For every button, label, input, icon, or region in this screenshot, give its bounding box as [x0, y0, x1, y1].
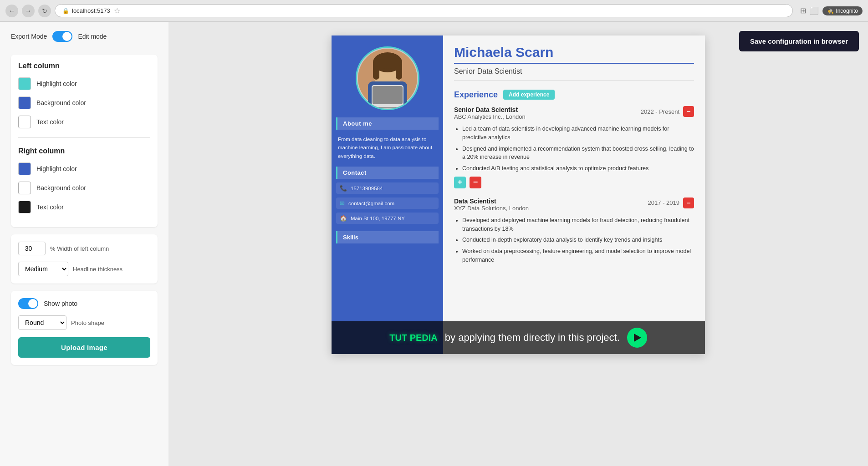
- right-highlight-row: Highlight color: [18, 162, 150, 175]
- exp-1-right: 2022 - Present −: [641, 106, 694, 117]
- incognito-label: Incognito: [836, 8, 858, 14]
- star-icon[interactable]: ☆: [114, 6, 120, 15]
- add-experience-button[interactable]: Add experience: [503, 90, 555, 100]
- cv-name: Michaela Scarn: [454, 45, 694, 64]
- play-button[interactable]: [627, 328, 647, 348]
- sidebar: Export Mode Edit mode Left column Highli…: [0, 22, 168, 466]
- right-text-row: Text color: [18, 201, 150, 213]
- width-row: 30 % Width of left column: [18, 242, 150, 255]
- left-text-row: Text color: [18, 116, 150, 128]
- exp-1-bullets: Led a team of data scientists in develop…: [454, 125, 694, 173]
- thickness-row: Medium Thin Thick Headline thickness: [18, 262, 150, 276]
- left-background-row: Background color: [18, 96, 150, 109]
- photo-config-card: Show photo Round Square Photo shape Uplo…: [11, 291, 158, 365]
- upload-image-button[interactable]: Upload Image: [18, 337, 150, 358]
- phone-icon: 📞: [340, 185, 347, 192]
- left-column-title: Left column: [18, 62, 150, 70]
- exp-1-delete-button[interactable]: −: [683, 106, 694, 117]
- contact-phone: 📞 15713909584: [336, 182, 439, 194]
- grid-button[interactable]: ⬜: [810, 6, 819, 15]
- experience-section-header: Experience Add experience: [454, 90, 694, 100]
- play-triangle-icon: [634, 334, 641, 342]
- exp-1-info: Senior Data Scientist ABC Analytics Inc.…: [454, 106, 526, 123]
- exp-2-delete-button[interactable]: −: [683, 198, 694, 208]
- left-background-swatch[interactable]: [18, 96, 31, 109]
- exp-2-bullet-2: Conducted in-depth exploratory data anal…: [462, 236, 694, 244]
- thickness-select[interactable]: Medium Thin Thick: [18, 262, 68, 276]
- exp-1-bullet-2: Designed and implemented a recommendatio…: [462, 145, 694, 162]
- forward-button[interactable]: →: [22, 5, 35, 17]
- right-column-title: Right column: [18, 147, 150, 155]
- right-text-label: Text color: [36, 203, 64, 211]
- left-background-label: Background color: [36, 99, 86, 106]
- url-bar[interactable]: 🔒 localhost:5173 ☆: [55, 4, 793, 17]
- show-photo-toggle[interactable]: [18, 298, 38, 309]
- exp-1-bullet-1: Led a team of data scientists in develop…: [462, 125, 694, 142]
- reload-button[interactable]: ↻: [38, 5, 51, 17]
- video-subtitle: by applying them directly in this projec…: [445, 332, 620, 344]
- right-highlight-label: Highlight color: [36, 165, 77, 172]
- cv-about-text: From data cleaning to data analysis to m…: [332, 133, 443, 167]
- right-text-swatch[interactable]: [18, 201, 31, 213]
- width-input[interactable]: 30: [18, 242, 46, 255]
- cv-photo: [356, 46, 419, 110]
- cv-preview: About me From data cleaning to data anal…: [332, 35, 705, 354]
- thickness-label: Headline thickness: [73, 266, 123, 273]
- browser-extensions: ⊞ ⬜ 🕵 Incognito: [800, 6, 863, 15]
- left-highlight-swatch[interactable]: [18, 77, 31, 90]
- exp-1-date: 2022 - Present: [641, 108, 679, 115]
- avatar-svg: [358, 49, 417, 108]
- photo-shape-select[interactable]: Round Square: [18, 315, 66, 330]
- phone-value: 15713909584: [351, 186, 383, 191]
- svg-point-5: [373, 54, 402, 69]
- exp-1-remove-bullet-button[interactable]: −: [470, 177, 481, 188]
- right-background-label: Background color: [36, 184, 86, 192]
- exp-1-header: Senior Data Scientist ABC Analytics Inc.…: [454, 106, 694, 123]
- right-highlight-swatch[interactable]: [18, 162, 31, 175]
- cv-left-column: About me From data cleaning to data anal…: [332, 35, 443, 354]
- mode-toggle-row: Export Mode Edit mode: [11, 31, 158, 42]
- exp-1-action-buttons: + −: [454, 177, 694, 188]
- cv-contacts: 📞 15713909584 ✉ contact@gmail.com 🏠 Main…: [332, 182, 443, 228]
- extensions-button[interactable]: ⊞: [800, 6, 806, 15]
- exp-1-add-bullet-button[interactable]: +: [454, 177, 466, 188]
- left-column-card: Left column Highlight color Background c…: [11, 55, 158, 227]
- cv-title: Senior Data Scientist: [454, 67, 694, 81]
- tutpedia-logo: TUT PEDIA: [389, 333, 438, 343]
- exp-2-company: XYZ Data Solutions, London: [454, 205, 529, 212]
- right-background-row: Background color: [18, 182, 150, 194]
- exp-2-bullets: Developed and deployed machine learning …: [454, 216, 694, 264]
- contact-email: ✉ contact@gmail.com: [336, 198, 439, 209]
- exp-1-title: Senior Data Scientist: [454, 106, 526, 113]
- photo-shape-label: Photo shape: [71, 319, 104, 326]
- contact-address: 🏠 Main St 100, 19777 NY: [336, 213, 439, 224]
- cv-right-column: Michaela Scarn Senior Data Scientist Exp…: [443, 35, 705, 354]
- exp-2-right: 2017 - 2019 −: [648, 198, 694, 208]
- video-overlay: TUT PEDIA by applying them directly in t…: [332, 321, 705, 354]
- incognito-badge: 🕵 Incognito: [822, 6, 863, 15]
- save-config-button[interactable]: Save configuration in browser: [739, 31, 859, 51]
- exp-1-bullet-3: Conducted A/B testing and statistical an…: [462, 164, 694, 173]
- show-photo-label: Show photo: [44, 300, 77, 307]
- address-value: Main St 100, 19777 NY: [351, 216, 405, 221]
- width-label: % Width of left column: [50, 245, 109, 252]
- cv-skills-title: Skills: [336, 231, 439, 243]
- lock-icon: 🔒: [62, 8, 69, 14]
- left-text-swatch[interactable]: [18, 116, 31, 128]
- exp-2-header: Data Scientist XYZ Data Solutions, Londo…: [454, 198, 694, 214]
- left-text-label: Text color: [36, 118, 64, 126]
- experience-item-2: Data Scientist XYZ Data Solutions, Londo…: [454, 198, 694, 264]
- email-icon: ✉: [340, 200, 345, 207]
- back-button[interactable]: ←: [5, 5, 18, 17]
- app-container: Export Mode Edit mode Left column Highli…: [0, 22, 868, 466]
- edit-mode-label: Edit mode: [78, 33, 107, 40]
- email-value: contact@gmail.com: [348, 201, 394, 206]
- right-background-swatch[interactable]: [18, 182, 31, 194]
- mode-toggle[interactable]: [52, 31, 72, 42]
- exp-2-info: Data Scientist XYZ Data Solutions, Londo…: [454, 198, 529, 214]
- show-photo-row: Show photo: [18, 298, 150, 309]
- layout-config-card: 30 % Width of left column Medium Thin Th…: [11, 234, 158, 284]
- exp-2-date: 2017 - 2019: [648, 199, 679, 206]
- exp-1-company: ABC Analytics Inc., London: [454, 113, 526, 120]
- photo-shape-row: Round Square Photo shape: [18, 315, 150, 330]
